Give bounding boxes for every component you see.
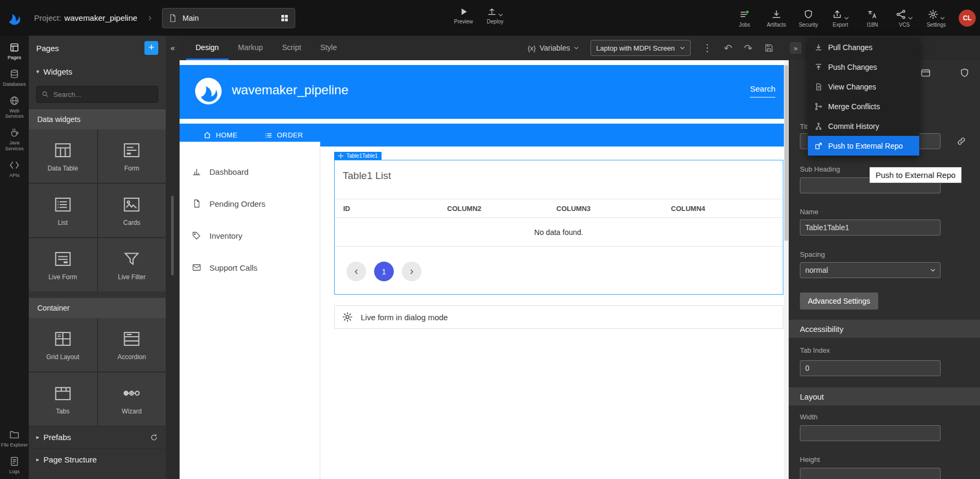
search-input[interactable] <box>53 91 153 99</box>
menu-item-view-changes[interactable]: View Changes <box>808 77 919 96</box>
sidebar-item-apis[interactable]: APIs <box>0 160 29 178</box>
width-field[interactable] <box>800 425 941 441</box>
menu-item-commit-history[interactable]: Commit History <box>808 116 919 136</box>
sidebar-item-databases[interactable]: Databases <box>0 69 29 87</box>
selected-widget-tag[interactable]: Table1Table1 <box>334 152 382 160</box>
shield-icon[interactable] <box>959 68 970 78</box>
page-structure-toggle[interactable]: ▸ Page Structure <box>29 448 166 470</box>
tab-index-field[interactable] <box>800 360 941 376</box>
jobs-button[interactable]: Jobs <box>730 8 759 28</box>
widget-tabs[interactable]: Tabs <box>29 372 97 426</box>
column-header[interactable]: COLUMN4 <box>671 205 705 213</box>
logs-icon <box>9 456 20 467</box>
spacing-select[interactable]: normal <box>800 262 941 278</box>
sidebar-item-logs[interactable]: Logs <box>0 456 29 475</box>
i18n-button[interactable]: I18N <box>857 8 887 28</box>
widget-form[interactable]: Form <box>98 129 166 183</box>
widget-grid-layout[interactable]: Grid Layout <box>29 318 97 371</box>
save-icon[interactable] <box>764 43 774 53</box>
menu-item-push-to-external-repo[interactable]: Push to External Repo <box>808 136 919 156</box>
panel-scrollbar[interactable] <box>171 196 174 275</box>
pagination-page-1[interactable]: 1 <box>374 262 394 281</box>
export-button[interactable]: Export <box>825 8 855 28</box>
security-button[interactable]: Security <box>793 8 823 28</box>
sidebar-item-java-services[interactable]: Java Services <box>0 127 29 152</box>
column-header[interactable]: COLUMN2 <box>447 205 481 213</box>
live-form-widget[interactable]: Live form in dialog mode <box>334 305 783 329</box>
sidebar-item-pages[interactable]: Pages <box>0 42 29 61</box>
menu-item-inventory[interactable]: Inventory <box>180 220 320 251</box>
link-icon[interactable] <box>957 136 966 146</box>
pagination-prev-button[interactable]: ‹ <box>346 262 366 281</box>
tab-script[interactable]: Script <box>272 36 311 60</box>
name-field[interactable] <box>800 220 941 236</box>
menu-item-dashboard[interactable]: Dashboard <box>180 156 320 188</box>
widget-live-form[interactable]: Live Form <box>29 238 97 291</box>
height-field[interactable] <box>800 468 941 479</box>
advanced-settings-button[interactable]: Advanced Settings <box>800 293 878 310</box>
menu-item-pull-changes[interactable]: Pull Changes <box>808 37 919 57</box>
column-header[interactable]: COLUMN3 <box>556 205 590 213</box>
widgets-section-toggle[interactable]: ▾ Widgets <box>29 60 166 83</box>
redo-button[interactable]: ↷ <box>744 43 752 53</box>
name-label: Name <box>800 208 819 216</box>
support-calls-icon <box>192 263 201 272</box>
canvas-scrollbar[interactable] <box>784 60 789 479</box>
menu-item-push-changes[interactable]: Push Changes <box>808 57 919 77</box>
widget-wizard[interactable]: Wizard <box>98 372 166 426</box>
table1-list-widget[interactable]: Table1 List ID COLUMN2 COLUMN3 COLUMN4 N… <box>334 160 783 295</box>
caret-down-icon <box>940 17 945 20</box>
panel-divider-strip: « <box>166 36 180 479</box>
menu-item-pending-orders[interactable]: Pending Orders <box>180 188 320 220</box>
pagination-next-button[interactable]: › <box>402 262 422 281</box>
widget-live-filter[interactable]: Live Filter <box>98 238 166 291</box>
push-external-icon <box>814 142 823 150</box>
collapse-panel-icon[interactable]: « <box>168 43 177 52</box>
sidebar-item-file-explorer[interactable]: File Explorer <box>0 429 29 448</box>
widget-accordion[interactable]: Accordion <box>98 318 166 371</box>
layout-section-header[interactable]: Layout <box>789 387 980 405</box>
app-title: wavemaker_pipeline <box>232 83 349 98</box>
tab-style[interactable]: Style <box>311 36 346 60</box>
page-grid-icon[interactable] <box>280 13 289 23</box>
widget-data-table[interactable]: Data Table <box>29 129 97 183</box>
card-icon[interactable] <box>920 68 931 78</box>
undo-button[interactable]: ↶ <box>724 43 732 53</box>
widget-list[interactable]: List <box>29 184 97 237</box>
no-data-message: No data found. <box>335 218 783 247</box>
vcs-button[interactable]: VCS <box>889 8 919 28</box>
move-icon <box>338 153 344 159</box>
device-select[interactable]: Laptop with MDPI Screen <box>590 40 691 56</box>
expand-panel-icon[interactable]: » <box>790 42 801 54</box>
artifacts-button[interactable]: Artifacts <box>762 8 791 28</box>
column-header[interactable]: ID <box>343 205 350 213</box>
export-icon <box>832 9 843 20</box>
accessibility-section-header[interactable]: Accessibility <box>789 320 980 338</box>
app-search-link[interactable]: Search <box>750 84 775 98</box>
nav-item-order[interactable]: ORDER <box>264 131 303 140</box>
view-changes-icon <box>814 83 823 91</box>
page-selector[interactable]: Main <box>162 8 295 28</box>
scrollbar-thumb[interactable] <box>784 65 788 241</box>
wavemaker-logo-icon[interactable] <box>0 10 29 26</box>
avatar[interactable]: CL <box>959 10 976 27</box>
overflow-menu-icon[interactable]: ⋮ <box>702 42 712 54</box>
refresh-icon[interactable] <box>150 433 158 442</box>
menu-item-support-calls[interactable]: Support Calls <box>180 251 320 283</box>
inventory-tag-icon <box>192 231 201 240</box>
commit-history-icon <box>814 122 823 131</box>
pages-panel-header: Pages + <box>29 36 166 60</box>
tab-design[interactable]: Design <box>186 36 229 60</box>
tab-markup[interactable]: Markup <box>229 36 273 60</box>
prefabs-section-toggle[interactable]: ▸ Prefabs <box>29 426 166 448</box>
deploy-button[interactable]: Deploy <box>487 5 504 25</box>
preview-button[interactable]: Preview <box>454 5 473 25</box>
widget-search[interactable] <box>36 86 158 103</box>
sidebar-item-web-services[interactable]: Web Services <box>0 95 29 120</box>
settings-button[interactable]: Settings <box>921 8 951 28</box>
widget-cards[interactable]: Cards <box>98 184 166 237</box>
variables-dropdown[interactable]: {x} Variables <box>528 44 579 52</box>
add-page-button[interactable]: + <box>144 41 158 55</box>
menu-item-merge-conflicts[interactable]: Merge Conflicts <box>808 96 919 116</box>
nav-item-home[interactable]: HOME <box>203 131 238 140</box>
